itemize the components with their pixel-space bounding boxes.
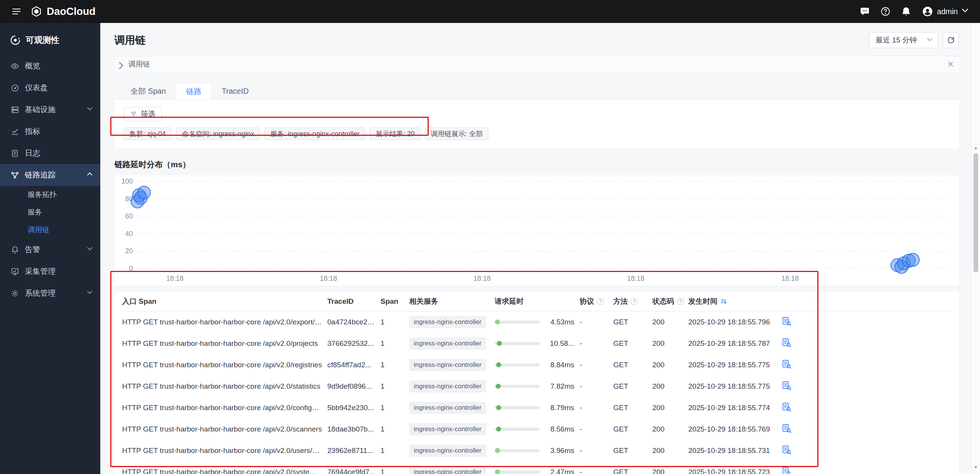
- eye-icon: [11, 62, 19, 70]
- latency-bar: [495, 471, 540, 474]
- time-cell: 2025-10-29 18:18:55.774: [688, 404, 782, 412]
- action-cell: [782, 424, 816, 435]
- status-code-cell: 200: [652, 468, 688, 474]
- time-cell: 2025-10-29 18:18:55.775: [688, 382, 782, 391]
- sidebar-item-dashboard[interactable]: 仪表盘: [0, 77, 100, 99]
- view-detail-icon[interactable]: [782, 316, 792, 326]
- latency-cell: 8.56ms: [495, 425, 580, 433]
- refresh-button[interactable]: [943, 32, 959, 48]
- help-icon[interactable]: ?: [630, 298, 638, 305]
- tab-all-span[interactable]: 全部 Span: [121, 83, 176, 99]
- service-cell: ingress-nginx-controller: [409, 316, 495, 328]
- sidebar-item-system[interactable]: 系统管理: [0, 282, 100, 304]
- latency-dot: [495, 469, 500, 474]
- chevron-down-icon: [962, 8, 969, 15]
- filter-panel: 筛选 集群: zjq-04命名空间: ingress-nginx服务: ingr…: [114, 100, 959, 148]
- view-detail-icon[interactable]: [782, 445, 792, 455]
- latency-dot: [496, 427, 501, 432]
- view-detail-icon[interactable]: [782, 424, 792, 433]
- time-range-select[interactable]: 最近 15 分钟: [869, 32, 938, 48]
- bell-icon[interactable]: [901, 7, 911, 16]
- service-tag: ingress-nginx-controller: [409, 402, 486, 414]
- help-icon[interactable]: [880, 7, 890, 16]
- table-row[interactable]: HTTP GET trust-harbor-harbor-harbor-core…: [122, 376, 951, 397]
- scrollbar-thumb[interactable]: [973, 153, 978, 272]
- tab-trace[interactable]: 链路: [176, 83, 212, 99]
- time-cell: 2025-10-29 18:18:55.787: [688, 339, 782, 348]
- table-header: 入口 Span TraceID Span 相关服务 请求延时 协议? 方法? 状…: [122, 292, 951, 311]
- collect-icon: [11, 267, 19, 276]
- table-row[interactable]: HTTP GET trust-harbor-harbor-harbor-core…: [122, 461, 951, 474]
- topbar: DaoCloud admin: [0, 0, 980, 23]
- latency-dot: [496, 405, 501, 410]
- entry-span-cell: HTTP GET trust-harbor-harbor-harbor-core…: [122, 446, 327, 455]
- col-method: 方法?: [613, 296, 652, 306]
- sidebar-item-collection[interactable]: 采集管理: [0, 261, 100, 282]
- trace-icon: [11, 171, 19, 179]
- sidebar-item-logs[interactable]: 日志: [0, 142, 100, 164]
- scroll-down-icon[interactable]: ▼: [972, 465, 980, 469]
- sidebar-subitem-traces[interactable]: 调用链: [0, 221, 100, 239]
- span-count-cell: 1: [381, 361, 409, 369]
- help-icon[interactable]: ?: [597, 298, 604, 305]
- table-row[interactable]: HTTP GET trust-harbor-harbor-harbor-core…: [122, 354, 951, 376]
- close-icon[interactable]: ×: [947, 59, 954, 70]
- user-menu[interactable]: admin: [922, 6, 969, 17]
- gear-icon: [11, 289, 19, 298]
- service-cell: ingress-nginx-controller: [409, 402, 495, 414]
- sidebar-item-tracing[interactable]: 链路追踪: [0, 164, 100, 186]
- filter-tag[interactable]: 命名空间: ingress-nginx: [176, 127, 260, 140]
- chevron-right-icon[interactable]: [118, 62, 124, 67]
- view-detail-icon[interactable]: [782, 466, 792, 474]
- view-detail-icon[interactable]: [782, 359, 792, 369]
- table-row[interactable]: HTTP GET trust-harbor-harbor-harbor-core…: [122, 397, 951, 419]
- filter-tag[interactable]: 展示结果: 20: [370, 127, 420, 140]
- status-code-cell: 200: [652, 425, 688, 433]
- table-row[interactable]: HTTP GET trust-harbor-harbor-harbor-core…: [122, 311, 951, 333]
- sidebar-item-alerts[interactable]: 告警: [0, 239, 100, 261]
- scatter-plot: 02040608010018:1818:1818:1818:1818:18: [114, 175, 959, 285]
- sidebar-item-metrics[interactable]: 指标: [0, 121, 100, 142]
- method-cell: GET: [613, 361, 652, 369]
- method-cell: GET: [613, 404, 652, 412]
- help-icon[interactable]: ?: [677, 298, 684, 305]
- sidebar-item-overview[interactable]: 概览: [0, 55, 100, 77]
- traceid-cell: cf854ff7ad2...: [327, 361, 381, 369]
- entry-span-cell: HTTP GET trust-harbor-harbor-harbor-core…: [122, 404, 327, 412]
- filter-tag[interactable]: 调用链展示: 全部: [425, 127, 488, 140]
- traceid-cell: 0a4724bce2c...: [327, 318, 381, 326]
- service-tag: ingress-nginx-controller: [409, 380, 486, 393]
- col-protocol: 协议?: [580, 296, 613, 306]
- brand-logo[interactable]: DaoCloud: [31, 6, 96, 18]
- module-title: 可观测性: [0, 23, 100, 55]
- table-row[interactable]: HTTP GET trust-harbor-harbor-harbor-core…: [122, 333, 951, 354]
- scroll-up-icon[interactable]: ▲: [972, 145, 980, 150]
- tab-traceid[interactable]: TraceID: [212, 83, 258, 99]
- view-detail-icon[interactable]: [782, 381, 792, 391]
- filter-button[interactable]: 筛选: [124, 107, 162, 121]
- view-detail-icon[interactable]: [782, 338, 792, 348]
- brand-name: DaoCloud: [47, 6, 96, 18]
- breadcrumb-label: 调用链: [128, 59, 150, 69]
- table-row[interactable]: HTTP GET trust-harbor-harbor-harbor-core…: [122, 419, 951, 440]
- filter-tag[interactable]: 集群: zjq-04: [124, 127, 172, 140]
- latency-dot: [495, 319, 500, 324]
- sidebar-subitem-services[interactable]: 服务: [0, 204, 100, 221]
- filter-tags: 集群: zjq-04命名空间: ingress-nginx服务: ingress…: [124, 127, 950, 140]
- message-icon[interactable]: [860, 7, 870, 16]
- sort-descending-icon[interactable]: [720, 298, 728, 305]
- table-row[interactable]: HTTP GET trust-harbor-harbor-harbor-core…: [122, 440, 951, 461]
- daocloud-logo-icon: [31, 6, 42, 17]
- svg-text:18:18: 18:18: [627, 275, 644, 282]
- method-cell: GET: [613, 468, 652, 474]
- sidebar-subitem-topology[interactable]: 服务拓扑: [0, 186, 100, 204]
- status-code-cell: 200: [652, 339, 688, 348]
- view-detail-icon[interactable]: [782, 402, 792, 412]
- svg-text:40: 40: [125, 230, 133, 238]
- menu-toggle-icon[interactable]: [11, 7, 21, 16]
- filter-tag[interactable]: 服务: ingress-nginx-controller: [265, 127, 365, 140]
- vertical-scrollbar[interactable]: ▲ ▼: [971, 23, 980, 474]
- sidebar-item-infrastructure[interactable]: 基础设施: [0, 99, 100, 121]
- sidebar: 可观测性 概览 仪表盘 基础设施 指标 日志 链路追踪 服务拓扑: [0, 23, 100, 474]
- time-range-value: 最近 15 分钟: [875, 35, 917, 45]
